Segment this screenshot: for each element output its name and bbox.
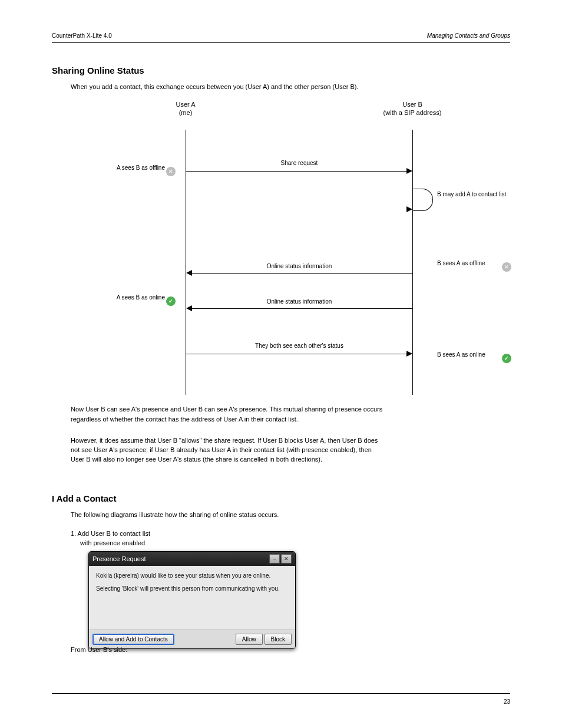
lifeline-user-b xyxy=(412,130,413,395)
caveat-paragraph-2: not see User A's presence; if User B alr… xyxy=(71,446,507,454)
note-a-sees-b-online: A sees B as online xyxy=(65,294,165,302)
from-user-b-label: From User B's side: xyxy=(71,645,507,654)
lifeline-user-a xyxy=(186,130,186,395)
msg-ack: They both see each other's status xyxy=(190,342,408,350)
msg-share-request: Share request xyxy=(190,159,408,167)
step-1-label-cont: with presence enabled xyxy=(80,539,507,548)
arrow-online-status xyxy=(192,308,412,309)
footer-rule xyxy=(52,693,510,694)
flow-heading: I Add a Contact xyxy=(52,493,116,505)
arrow-share-request xyxy=(186,171,406,172)
online-icon xyxy=(166,297,176,306)
actor-user-b-label: User B (with a SIP address) xyxy=(384,101,442,116)
sequence-diagram: User A (me) User B (with a SIP address) … xyxy=(94,100,518,395)
dialog-title: Presence Request xyxy=(92,555,146,564)
allow-and-add-button[interactable]: Allow and Add to Contacts xyxy=(92,634,174,645)
arrow-head-ack xyxy=(406,351,412,357)
arrow-head-allow xyxy=(186,270,192,276)
allow-button[interactable]: Allow xyxy=(236,634,263,645)
actor-user-a-label: User A (me) xyxy=(176,101,195,116)
arrow-head-share-request xyxy=(406,168,412,174)
arrow-allow xyxy=(192,273,412,274)
header-right: Managing Contacts and Groups xyxy=(427,32,510,40)
caveat-paragraph-1: However, it does assume that User B "all… xyxy=(71,436,507,445)
self-loop-text: B may add A to contact list xyxy=(437,190,543,199)
note-b-sees-a-online: B sees A as online xyxy=(437,351,508,359)
page-number: 23 xyxy=(504,698,510,706)
note-b-sees-a-offline: B sees A as offline xyxy=(437,259,508,268)
dialog-body: Kokila (kpereira) would like to see your… xyxy=(89,566,295,630)
dialog-line-1: Kokila (kpereira) would like to see your… xyxy=(96,572,288,580)
online-icon xyxy=(502,354,511,363)
presence-request-dialog: Presence Request – ✕ Kokila (kpereira) w… xyxy=(88,551,296,649)
block-button[interactable]: Block xyxy=(265,634,292,645)
msg-online-status: Online status information xyxy=(190,298,408,306)
dialog-line-2: Selecting 'Block' will prevent this pers… xyxy=(96,585,288,593)
note-a-sees-b-offline: A sees B as offline xyxy=(65,164,165,172)
minimize-icon[interactable]: – xyxy=(269,554,280,564)
close-icon[interactable]: ✕ xyxy=(281,554,292,564)
offline-icon xyxy=(166,167,176,176)
header-left: CounterPath X-Lite 4.0 xyxy=(52,32,112,40)
flow-paragraph: The following diagrams illustrate how th… xyxy=(71,510,507,519)
section-heading: Sharing Online Status xyxy=(52,65,144,77)
actor-user-b: User B (with a SIP address) xyxy=(362,100,462,117)
arrow-head-online-status xyxy=(186,305,192,311)
intro-paragraph: When you add a contact, this exchange oc… xyxy=(71,83,507,91)
header-rule xyxy=(52,42,510,43)
summary-paragraph-1: Now User B can see A's presence and User… xyxy=(71,405,507,414)
msg-allow: Online status information xyxy=(190,262,408,271)
summary-paragraph-2: regardless of whether the contact has th… xyxy=(71,415,507,424)
step-1-label: 1. Add User B to contact list xyxy=(71,529,507,538)
arrow-ack xyxy=(186,354,406,354)
arrow-head-self-loop xyxy=(406,206,412,212)
dialog-titlebar: Presence Request – ✕ xyxy=(89,552,295,566)
offline-icon xyxy=(502,262,511,272)
actor-user-a: User A (me) xyxy=(135,100,236,117)
self-loop-b xyxy=(412,189,433,211)
caveat-paragraph-3: User B will also no longer see User A's … xyxy=(71,455,507,464)
